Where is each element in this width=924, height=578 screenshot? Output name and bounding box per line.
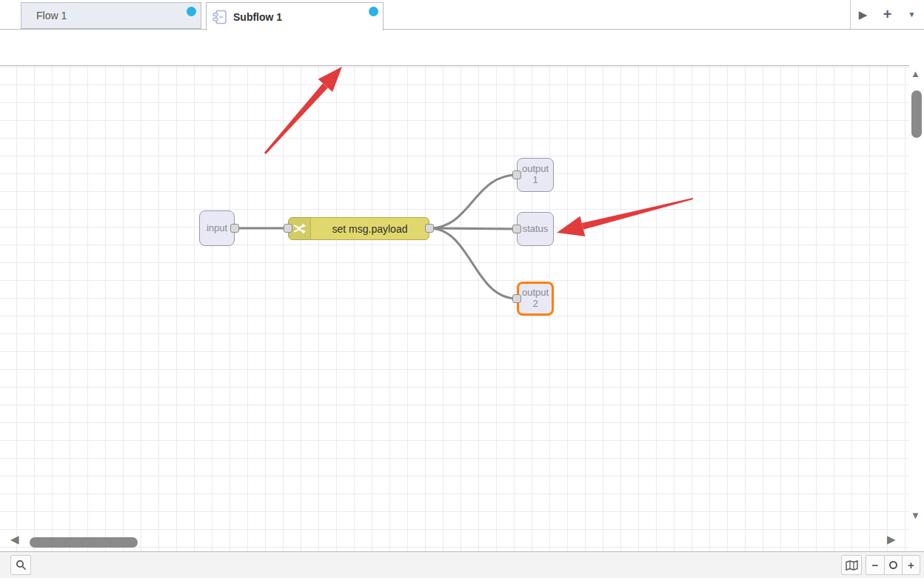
tab-flow-1[interactable]: Flow 1 bbox=[21, 2, 201, 29]
shuffle-icon bbox=[293, 223, 306, 234]
modified-dot bbox=[369, 7, 378, 16]
tab-subflow-1[interactable]: Subflow 1 bbox=[206, 2, 384, 30]
port-input-out[interactable] bbox=[230, 224, 239, 233]
next-tab-button[interactable]: ▶ bbox=[854, 8, 873, 21]
vscroll-thumb[interactable] bbox=[911, 90, 922, 138]
zoom-in-button[interactable]: + bbox=[902, 556, 920, 574]
add-flow-button[interactable]: + bbox=[878, 6, 897, 23]
tab-bar-controls: ▶ + ▼ bbox=[850, 0, 924, 29]
workspace-tab-bar: Flow 1 Subflow 1 ▶ + ▼ bbox=[0, 0, 924, 30]
port-function-in[interactable] bbox=[284, 224, 292, 233]
port-status-in[interactable] bbox=[512, 225, 521, 233]
node-input[interactable]: input bbox=[199, 210, 235, 246]
zoom-reset-button[interactable] bbox=[884, 556, 902, 574]
node-red-editor: Flow 1 Subflow 1 ▶ + ▼ ✎ edit properties… bbox=[0, 0, 924, 578]
hscroll-left-arrow[interactable]: ◀ bbox=[10, 533, 19, 546]
subflow-toolbar: ✎ edit properties inputs: 0 1 outputs: −… bbox=[0, 30, 924, 65]
vscroll-down-arrow[interactable]: ▼ bbox=[911, 510, 920, 521]
minimap-button[interactable] bbox=[841, 555, 862, 575]
node-function-label: set msg.payload bbox=[311, 223, 429, 235]
node-output-1[interactable]: output 1 bbox=[517, 158, 554, 192]
flow-list-button[interactable]: ▼ bbox=[903, 10, 922, 19]
node-output2-label: output bbox=[522, 288, 549, 299]
tab-flow-1-label: Flow 1 bbox=[36, 10, 67, 21]
wire-function-to-output1[interactable] bbox=[429, 175, 517, 228]
vscroll-up-arrow[interactable]: ▲ bbox=[911, 68, 920, 79]
vertical-scrollbar: ▲ ▼ bbox=[909, 65, 924, 551]
wire-function-to-output2[interactable] bbox=[429, 228, 517, 299]
node-status-label: status bbox=[523, 224, 549, 235]
port-output2-in[interactable] bbox=[512, 294, 521, 303]
node-output-2-selected[interactable]: output 2 bbox=[517, 282, 554, 316]
search-button[interactable] bbox=[10, 555, 31, 575]
wire-layer bbox=[0, 66, 909, 552]
node-status[interactable]: status bbox=[517, 212, 554, 246]
node-input-label: input bbox=[207, 223, 227, 234]
search-icon bbox=[16, 559, 27, 571]
tab-subflow-1-label: Subflow 1 bbox=[233, 11, 282, 23]
map-icon bbox=[846, 560, 858, 571]
hscroll-right-arrow[interactable]: ▶ bbox=[887, 533, 896, 546]
wire-function-to-status[interactable] bbox=[429, 228, 517, 229]
modified-dot bbox=[187, 7, 196, 16]
zoom-out-button[interactable]: − bbox=[866, 556, 884, 574]
port-output1-in[interactable] bbox=[512, 170, 521, 179]
node-output2-number: 2 bbox=[532, 299, 538, 310]
editor-footer: − + bbox=[0, 551, 924, 578]
port-function-out[interactable] bbox=[425, 224, 434, 233]
subflow-icon bbox=[212, 10, 227, 24]
flow-canvas[interactable]: input set msg.payload output 1 status ou… bbox=[0, 65, 909, 551]
node-output1-number: 1 bbox=[532, 175, 538, 186]
hscroll-thumb[interactable] bbox=[30, 537, 138, 548]
node-change-set-msg-payload[interactable]: set msg.payload bbox=[288, 217, 429, 240]
zoom-controls: − + bbox=[866, 555, 920, 575]
zoom-reset-icon bbox=[889, 561, 897, 569]
node-output1-label: output bbox=[522, 164, 549, 175]
